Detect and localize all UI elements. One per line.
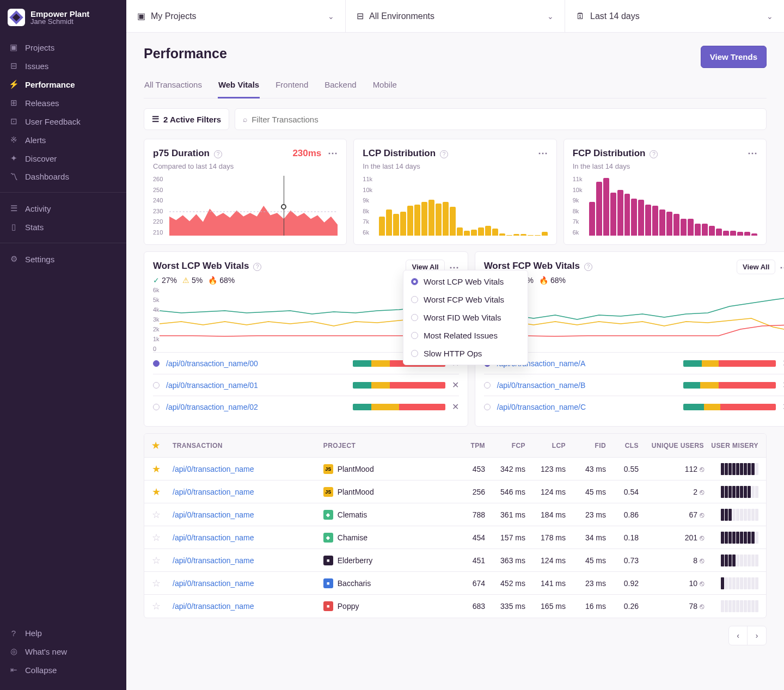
project-cell[interactable]: ■Elderberry [323, 556, 452, 565]
lcp: 178 ms [525, 533, 566, 542]
project-selector[interactable]: ▣My Projects ⌄ [126, 0, 346, 32]
star-toggle[interactable]: ★ [152, 463, 173, 475]
card-menu[interactable]: ⋯ [748, 147, 758, 159]
view-all-button[interactable]: View All [737, 260, 775, 274]
nav-collapse[interactable]: ⇤Collapse [0, 661, 126, 679]
filter-input-wrap[interactable]: ⌕ [235, 108, 767, 130]
table-row: ☆ /api/0/transaction_name ■Baccharis 674… [144, 572, 766, 595]
transaction-link[interactable]: /api/0/transaction_name/00 [166, 359, 346, 368]
transaction-row[interactable]: /api/0/transaction_name/02 ✕ [153, 396, 459, 417]
view-trends-button[interactable]: View Trends [701, 46, 767, 68]
dropdown-item[interactable]: Worst LCP Web Vitals [403, 273, 528, 291]
card-fcp: FCP Distribution? ⋯ In the last 14 days … [564, 139, 767, 245]
close-icon[interactable]: ✕ [452, 402, 459, 412]
radio[interactable] [153, 382, 160, 389]
radio[interactable] [484, 404, 491, 410]
tab-frontend[interactable]: Frontend [275, 80, 309, 98]
nav-performance[interactable]: ⚡Performance [0, 75, 126, 94]
dropdown-item[interactable]: Worst FID Web Vitals [403, 309, 528, 326]
help-icon[interactable]: ? [584, 263, 592, 271]
help-icon[interactable]: ? [214, 150, 222, 158]
star-toggle[interactable]: ☆ [152, 600, 173, 612]
nav-whats-new[interactable]: ◎What's new [0, 642, 126, 661]
project-cell[interactable]: JSPlantMood [323, 487, 452, 497]
nav-activity[interactable]: ☰Activity [0, 199, 126, 218]
nav-discover[interactable]: ✦Discover [0, 149, 126, 168]
active-filters-button[interactable]: ☰2 Active Filters [144, 108, 229, 130]
nav-releases[interactable]: ⊞Releases [0, 94, 126, 112]
nav-projects[interactable]: ▣Projects [0, 38, 126, 57]
star-toggle[interactable]: ★ [152, 486, 173, 498]
transaction-link[interactable]: /api/0/transaction_name [173, 602, 323, 611]
transaction-link[interactable]: /api/0/transaction_name/01 [166, 381, 346, 390]
nav-issues[interactable]: ⊟Issues [0, 57, 126, 75]
transaction-link[interactable]: /api/0/transaction_name [173, 488, 323, 496]
close-icon[interactable]: ✕ [452, 380, 459, 390]
transaction-link[interactable]: /api/0/transaction_name [173, 465, 323, 473]
transaction-link[interactable]: /api/0/transaction_name [173, 510, 323, 519]
project-cell[interactable]: ■Baccharis [323, 578, 452, 588]
tab-all[interactable]: All Transactions [144, 80, 203, 98]
transaction-link[interactable]: /api/0/transaction_name [173, 556, 323, 565]
transaction-link[interactable]: /api/0/transaction_name [173, 533, 323, 542]
transaction-row[interactable]: /api/0/transaction_name/A ✕ [484, 352, 784, 374]
environment-selector[interactable]: ⊟All Environments ⌄ [346, 0, 565, 32]
star-toggle[interactable]: ☆ [152, 577, 173, 589]
transaction-row[interactable]: /api/0/transaction_name/01 ✕ [153, 374, 459, 396]
radio[interactable] [153, 360, 160, 367]
radio[interactable] [484, 382, 491, 389]
star-icon[interactable]: ★ [152, 441, 160, 450]
card-menu[interactable]: ⋯ [538, 147, 549, 159]
dropdown-item[interactable]: Most Related Issues [403, 326, 528, 344]
radio[interactable] [153, 404, 160, 410]
cls: 0.55 [606, 465, 639, 473]
project-cell[interactable]: ◆Clematis [323, 510, 452, 520]
cls: 0.26 [606, 602, 639, 611]
help-icon[interactable]: ? [650, 150, 658, 158]
nav-stats[interactable]: ▯Stats [0, 218, 126, 236]
transaction-link[interactable]: /api/0/transaction_name/B [497, 381, 677, 390]
nav-dashboards[interactable]: 〽Dashboards [0, 168, 126, 186]
alert-icon: ※ [8, 135, 20, 145]
page-next[interactable]: › [748, 626, 766, 645]
star-toggle[interactable]: ☆ [152, 555, 173, 566]
dropdown-item[interactable]: Worst FCP Web Vitals [403, 291, 528, 309]
project-cell[interactable]: JSPlantMood [323, 464, 452, 474]
user-icon: ⎋ [700, 602, 704, 611]
star-toggle[interactable]: ☆ [152, 509, 173, 521]
transaction-row[interactable]: /api/0/transaction_name/B ✕ [484, 374, 784, 396]
fid: 23 ms [566, 510, 606, 519]
fid: 43 ms [566, 465, 606, 473]
tab-mobile[interactable]: Mobile [372, 80, 397, 98]
nav-alerts[interactable]: ※Alerts [0, 131, 126, 149]
tab-web-vitals[interactable]: Web Vitals [218, 80, 260, 98]
fid: 45 ms [566, 488, 606, 496]
card-menu[interactable]: ⋯ [780, 261, 784, 273]
timerange-selector[interactable]: 🗓Last 14 days ⌄ [565, 0, 784, 32]
project-cell[interactable]: ◆Chamise [323, 533, 452, 543]
star-toggle[interactable]: ☆ [152, 532, 173, 544]
transaction-link[interactable]: /api/0/transaction_name [173, 579, 323, 588]
transaction-row[interactable]: /api/0/transaction_name/C ✕ [484, 396, 784, 417]
pagination: ‹ › [144, 626, 767, 645]
user-misery [704, 532, 758, 544]
page-prev[interactable]: ‹ [729, 626, 748, 645]
card-subtitle: Compared to last 14 days [153, 162, 338, 170]
sidebar-nav: ▣Projects ⊟Issues ⚡Performance ⊞Releases… [0, 36, 126, 188]
help-icon[interactable]: ? [253, 263, 261, 271]
user-misery [704, 463, 758, 475]
nav-settings[interactable]: ⚙Settings [0, 250, 126, 268]
nav-user-feedback[interactable]: ⊡User Feedback [0, 112, 126, 131]
card-subtitle: In the last 14 days [573, 162, 757, 170]
org-switcher[interactable]: Empower Plant Jane Schmidt [0, 0, 126, 36]
transaction-link[interactable]: /api/0/transaction_name/02 [166, 403, 346, 411]
filter-input[interactable] [252, 115, 758, 124]
nav-help[interactable]: ?Help [0, 624, 126, 642]
transaction-link[interactable]: /api/0/transaction_name/C [497, 403, 677, 411]
project-cell[interactable]: ■Poppy [323, 601, 452, 611]
help-icon[interactable]: ? [440, 150, 448, 158]
card-menu[interactable]: ⋯ [328, 147, 339, 159]
tab-backend[interactable]: Backend [324, 80, 357, 98]
fid: 34 ms [566, 533, 606, 542]
dropdown-item[interactable]: Slow HTTP Ops [403, 344, 528, 362]
